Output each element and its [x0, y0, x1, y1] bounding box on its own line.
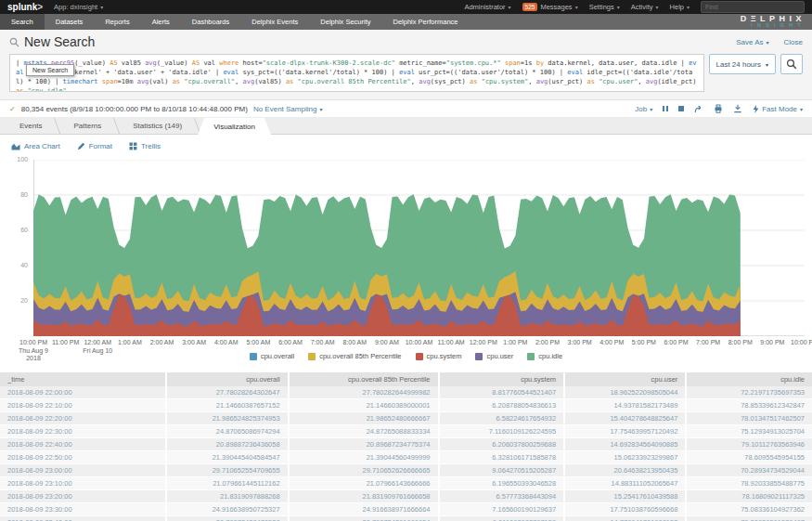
table-row[interactable]: 2018-08-09 22:50:0021.39044540458454721.… [0, 451, 812, 464]
find-input[interactable] [701, 1, 805, 13]
column-header-cpu-idle[interactable]: cpu.idle [686, 372, 812, 386]
format-button[interactable]: Format [77, 142, 112, 150]
app-menu[interactable]: App: dxinsight▾ [54, 3, 103, 11]
table-cell[interactable]: 7.165600190129637 [439, 503, 565, 516]
nav-item-datasets[interactable]: Datasets [45, 14, 95, 30]
table-cell[interactable]: 21.079661445112162 [166, 477, 288, 490]
menu-activity[interactable]: Activity▾ [631, 3, 659, 11]
tab-patterns[interactable]: Patterns [58, 118, 117, 134]
column-header-cpu-overall[interactable]: cpu.overall [166, 372, 288, 386]
column-header--time[interactable]: _time [0, 372, 166, 386]
print-button[interactable] [714, 104, 723, 113]
menu-settings[interactable]: Settings▾ [589, 3, 620, 11]
table-cell[interactable]: 7.1160109126224595 [439, 425, 565, 438]
table-cell[interactable]: 21.07966143666666 [289, 477, 439, 490]
splunk-logo[interactable]: splunk> [7, 2, 43, 12]
table-cell[interactable]: 2018-08-09 23:00:00 [0, 464, 166, 477]
table-cell[interactable]: 2018-08-09 22:40:00 [0, 438, 166, 451]
table-cell[interactable]: 78.92033855488775 [686, 477, 812, 490]
table-cell[interactable]: 15.25417610439588 [564, 490, 686, 503]
table-cell[interactable]: 2018-08-09 22:20:00 [0, 412, 166, 425]
table-cell[interactable]: 21.986524825374953 [166, 412, 288, 425]
table-cell[interactable]: 2018-08-09 23:30:00 [0, 503, 166, 516]
legend-item-cpu-user[interactable]: cpu.user [475, 352, 513, 360]
table-cell[interactable]: 6.208788054836613 [439, 399, 565, 412]
table-cell[interactable]: 78.01347517462507 [686, 412, 812, 425]
table-cell[interactable]: 9.064270515205287 [439, 464, 565, 477]
table-cell[interactable]: 72.21971735697353 [686, 386, 812, 399]
search-query-input[interactable]: | mstats perc95(_value) AS val85 avg(_va… [9, 54, 704, 92]
table-cell[interactable]: 14.779641701908153 [564, 516, 686, 521]
table-cell[interactable]: 21.98652480666667 [289, 412, 439, 425]
table-cell[interactable]: 27.780282644999982 [289, 386, 439, 399]
table-cell[interactable]: 75.12934913025704 [686, 425, 812, 438]
table-row[interactable]: 2018-08-09 22:40:0020.8988723643605820.8… [0, 438, 812, 451]
table-cell[interactable]: 21.14660389000001 [289, 399, 439, 412]
export-button[interactable] [733, 104, 742, 113]
table-cell[interactable]: 2018-08-09 22:10:00 [0, 399, 166, 412]
table-row[interactable]: 2018-08-09 23:30:0024.91663895072532724.… [0, 503, 812, 516]
column-header-cpu-overall-85th-percentile[interactable]: cpu.overall 85th Percentile [289, 372, 439, 386]
table-cell[interactable]: 78.85339612342847 [686, 399, 812, 412]
table-cell[interactable]: 2018-08-09 23:10:00 [0, 477, 166, 490]
time-range-picker[interactable]: Last 24 hours▾ [709, 54, 777, 74]
nav-item-delphix-events[interactable]: Delphix Events [240, 14, 309, 30]
table-cell[interactable]: 24.87265088833334 [289, 425, 439, 438]
table-cell[interactable]: 21.831909761666658 [289, 490, 439, 503]
table-cell[interactable]: 20.64638213950435 [564, 464, 686, 477]
table-cell[interactable]: 24.916638950725327 [166, 503, 288, 516]
table-cell[interactable]: 6.57773368443094 [439, 490, 565, 503]
table-cell[interactable]: 14.692834564090885 [564, 438, 686, 451]
column-header-cpu-user[interactable]: cpu.user [564, 372, 686, 386]
menu-administrator[interactable]: Administrator▾ [464, 3, 510, 11]
table-cell[interactable]: 29.710652626666665 [289, 464, 439, 477]
table-cell[interactable]: 21.8319097888268 [166, 490, 288, 503]
table-row[interactable]: 2018-08-09 22:20:0021.98652482537495321.… [0, 412, 812, 425]
table-cell[interactable]: 15.06233923299867 [564, 451, 686, 464]
table-cell[interactable]: 6.58224617654932 [439, 412, 565, 425]
table-cell[interactable]: 14.93781582173489 [564, 399, 686, 412]
menu-help[interactable]: Help▾ [670, 3, 690, 11]
search-mode-menu[interactable]: Fast Mode▾ [753, 105, 803, 113]
chart-type-picker[interactable]: Area Chart [11, 142, 60, 150]
table-cell[interactable]: 24.87065086974294 [166, 425, 288, 438]
run-search-button[interactable] [780, 54, 803, 74]
tab-visualization[interactable]: Visualization [198, 118, 271, 135]
table-cell[interactable]: 15.404278648825647 [564, 412, 686, 425]
table-cell[interactable]: 6.206037800259688 [439, 438, 565, 451]
table-cell[interactable]: 21.14660387657152 [166, 399, 288, 412]
nav-item-alerts[interactable]: Alerts [141, 14, 181, 30]
legend-item-cpu-overall[interactable]: cpu.overall [250, 352, 294, 360]
table-row[interactable]: 2018-08-09 23:00:0029.71065255470965529.… [0, 464, 812, 477]
legend-item-cpu-idle[interactable]: cpu.idle [527, 352, 562, 360]
trellis-button[interactable]: Trellis [129, 142, 161, 150]
table-cell[interactable]: 20.89887236436058 [166, 438, 288, 451]
event-sampling-menu[interactable]: No Event Sampling▾ [253, 105, 323, 113]
stop-job-button[interactable] [678, 106, 684, 111]
table-cell[interactable]: 79.20926561529467 [686, 516, 812, 521]
share-job-button[interactable] [694, 104, 703, 113]
column-header-cpu-system[interactable]: cpu.system [439, 372, 565, 386]
job-menu[interactable]: Job▾ [635, 105, 652, 113]
nav-item-reports[interactable]: Reports [94, 14, 140, 30]
table-cell[interactable]: 70.28934734529044 [686, 464, 812, 477]
chart-plot-area[interactable] [33, 160, 805, 336]
table-cell[interactable]: 21.39044560499999 [289, 451, 439, 464]
table-cell[interactable]: 17.751038760596668 [564, 503, 686, 516]
table-cell[interactable]: 18.962522098505044 [564, 386, 686, 399]
table-cell[interactable]: 6.011092682797159 [439, 516, 565, 521]
save-as-button[interactable]: Save As▾ [736, 38, 768, 46]
nav-item-dashboards[interactable]: Dashboards [181, 14, 240, 30]
table-cell[interactable]: 17.754639957120492 [564, 425, 686, 438]
legend-item-cpu-system[interactable]: cpu.system [416, 352, 462, 360]
table-cell[interactable]: 79.10112763563946 [686, 438, 812, 451]
table-cell[interactable]: 27.78028264302647 [166, 386, 288, 399]
nav-item-delphix-security[interactable]: Delphix Security [309, 14, 381, 30]
table-cell[interactable]: 78.16809021117325 [686, 490, 812, 503]
tab-statistics-149[interactable]: Statistics (149) [117, 118, 198, 134]
table-row[interactable]: 2018-08-09 23:20:0021.831909788826821.83… [0, 490, 812, 503]
table-cell[interactable]: 24.916638971666664 [289, 503, 439, 516]
table-row[interactable]: 2018-08-09 22:10:0021.1466038765715221.1… [0, 399, 812, 412]
table-cell[interactable]: 20.79073438470528 [166, 516, 288, 521]
table-cell[interactable]: 75.08336104927362 [686, 503, 812, 516]
